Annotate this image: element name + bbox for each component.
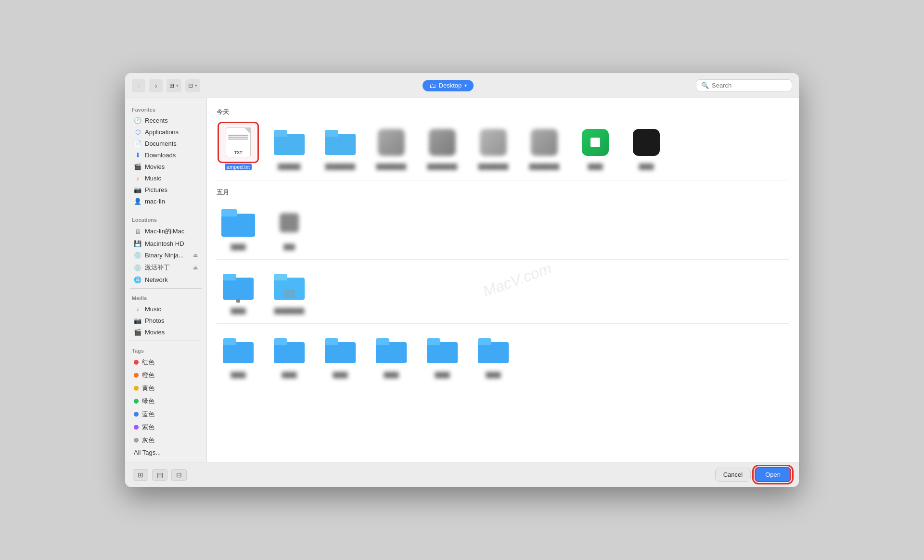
sidebar-item-all-tags[interactable]: All Tags...: [127, 447, 205, 458]
sidebar-item-photos[interactable]: 📷 Photos: [127, 315, 205, 326]
folder-2-icon-wrapper: [321, 123, 359, 162]
sidebar-item-documents[interactable]: 📄 Documents: [127, 138, 205, 149]
sidebar-label-mac-lin: mac-lin: [145, 198, 165, 205]
file-item-bf-5[interactable]: ████: [421, 331, 464, 378]
bottom-icon-2[interactable]: ▤: [152, 469, 167, 481]
file-item-app-green[interactable]: ████: [574, 123, 617, 170]
today-section-label: 今天: [217, 108, 789, 116]
sidebar-item-music[interactable]: ♪ Music: [127, 173, 205, 184]
file-item-bf-1[interactable]: ████: [217, 331, 260, 378]
search-bar[interactable]: 🔍: [696, 79, 792, 91]
binary-icon: 💿: [134, 252, 141, 259]
sidebar-item-tag-red[interactable]: 红色: [127, 356, 205, 369]
file-item-folder-a[interactable]: ████: [217, 267, 260, 314]
sidebar-item-jihuo[interactable]: 💿 激活补丁 ⏏: [127, 261, 205, 274]
file-item-bf-2[interactable]: ████: [268, 331, 311, 378]
sidebar-item-tag-orange[interactable]: 橙色: [127, 369, 205, 382]
sidebar-label-tag-red: 红色: [142, 358, 154, 367]
sm-1-icon: [270, 204, 308, 242]
tag-green-dot: [134, 399, 139, 404]
hd-icon: 💾: [134, 240, 141, 247]
bf-2-wrapper: [270, 331, 308, 370]
list-view-toggle[interactable]: ⊟ ▾: [185, 79, 200, 92]
file-item-bf-6[interactable]: ████: [472, 331, 515, 378]
folder-a-icon-wrapper: [219, 267, 257, 306]
sidebar-item-imac[interactable]: 🖥 Mac-lin的iMac: [127, 225, 205, 238]
sidebar-item-tag-purple[interactable]: 紫色: [127, 421, 205, 433]
file-item-sm-1[interactable]: ███: [268, 204, 311, 250]
file-item-blurred-3[interactable]: ████████: [472, 123, 515, 170]
sidebar-label-tag-blue: 蓝色: [142, 410, 154, 419]
blurred-4-icon: [525, 123, 564, 162]
bf-3-name: ████: [333, 372, 347, 378]
bottom-icon-1[interactable]: ⊞: [133, 469, 148, 481]
file-item-app-dark[interactable]: ████: [625, 123, 668, 170]
eject-jihuo-icon[interactable]: ⏏: [193, 265, 198, 271]
sidebar-item-movies-media[interactable]: 🎬 Movies: [127, 327, 205, 338]
tag-blue-dot: [134, 412, 139, 417]
sidebar-label-movies: Movies: [145, 163, 165, 170]
app-dark-icon: [633, 129, 660, 156]
favorites-section-title: Favorites: [125, 103, 206, 115]
content-area: Favorites 🕐 Recents ⬡ Applications 📄 Doc…: [125, 98, 799, 462]
bf-4-wrapper: [372, 331, 411, 370]
file-item-blurred-4[interactable]: ████████: [523, 123, 566, 170]
sidebar-label-all-tags: All Tags...: [134, 449, 161, 456]
file-item-folder-2[interactable]: ████████: [319, 123, 362, 170]
tag-purple-dot: [134, 425, 139, 430]
location-pill[interactable]: 🗂 Desktop ▾: [423, 80, 474, 91]
file-item-blurred-2[interactable]: ████████: [421, 123, 464, 170]
file-item-folder-b[interactable]: ████████: [268, 267, 311, 314]
more-files-grid: ████ ████████: [217, 267, 789, 314]
wuyue-files-grid: ████ ███: [217, 204, 789, 250]
sidebar-label-documents: Documents: [145, 140, 177, 147]
sidebar-item-tag-green[interactable]: 绿色: [127, 395, 205, 407]
txt-line-2: [228, 137, 248, 138]
sidebar-item-tag-blue[interactable]: 蓝色: [127, 408, 205, 420]
icon-view-toggle[interactable]: ⊞ ▾: [167, 79, 181, 92]
bottom-icon-grid: ⊞: [138, 471, 143, 479]
file-item-blurred-1[interactable]: ████████: [370, 123, 413, 170]
blurred-3-name: ████████: [478, 164, 508, 169]
sidebar-divider-1: [130, 210, 202, 210]
sidebar-item-tag-gray[interactable]: 灰色: [127, 434, 205, 446]
sidebar-item-network[interactable]: 🌐 Network: [127, 274, 205, 285]
imac-icon: 🖥: [134, 228, 141, 235]
folder-1-icon-wrapper: [270, 123, 308, 162]
forward-button[interactable]: ›: [149, 79, 163, 92]
blurred-1-name: ████████: [376, 164, 406, 169]
search-icon: 🔍: [701, 82, 709, 89]
txt-label: TXT: [234, 150, 243, 155]
sidebar-item-hd[interactable]: 💾 Macintosh HD: [127, 238, 205, 249]
big-folder-icon: [221, 209, 255, 237]
sidebar-item-applications[interactable]: ⬡ Applications: [127, 127, 205, 138]
tags-section-title: Tags: [125, 344, 206, 356]
blurred-2-icon: [423, 123, 462, 162]
sidebar-item-recents[interactable]: 🕐 Recents: [127, 115, 205, 126]
sidebar-item-tag-yellow[interactable]: 黄色: [127, 382, 205, 395]
file-item-bf-3[interactable]: ████: [319, 331, 362, 378]
sidebar-item-music-media[interactable]: ♪ Music: [127, 304, 205, 315]
open-button[interactable]: Open: [755, 467, 791, 482]
sidebar-item-binary-ninja[interactable]: 💿 Binary Ninja... ⏏: [127, 250, 205, 261]
back-button[interactable]: ‹: [132, 79, 145, 92]
bottom-icon-3[interactable]: ⊟: [171, 469, 187, 481]
file-item-big-folder[interactable]: ████: [217, 204, 260, 250]
sidebar-item-downloads[interactable]: ⬇ Downloads: [127, 150, 205, 161]
folder-2-name: ████████: [325, 164, 355, 169]
sidebar-item-mac-lin[interactable]: 👤 mac-lin: [127, 196, 205, 207]
sidebar: Favorites 🕐 Recents ⬡ Applications 📄 Doc…: [125, 98, 207, 462]
sidebar-item-pictures[interactable]: 📷 Pictures: [127, 184, 205, 195]
search-input[interactable]: [712, 82, 789, 89]
eject-binary-icon[interactable]: ⏏: [193, 252, 198, 258]
sidebar-label-tag-purple: 紫色: [142, 423, 154, 432]
sidebar-item-movies[interactable]: 🎬 Movies: [127, 161, 205, 172]
bf-2-icon: [274, 338, 305, 363]
cancel-button[interactable]: Cancel: [715, 468, 751, 482]
wuyue-section-label: 五月: [217, 188, 789, 197]
file-item-bf-4[interactable]: ████: [370, 331, 413, 378]
txt-line-1: [228, 135, 248, 136]
file-item-folder-1[interactable]: ██████: [268, 123, 311, 170]
file-item-amped-txt[interactable]: TXT amped.txt: [217, 123, 260, 170]
sidebar-label-tag-yellow: 黄色: [142, 384, 154, 393]
